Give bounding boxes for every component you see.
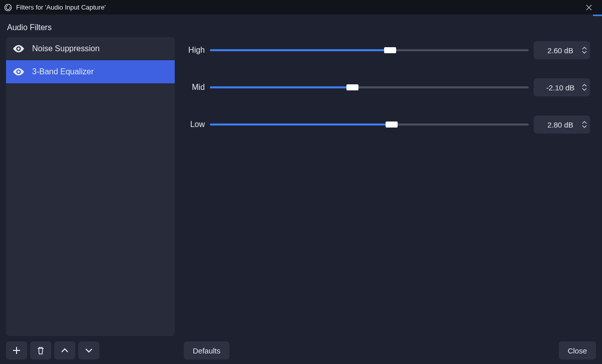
eq-spinbox-mid[interactable]: -2.10 dB	[534, 78, 590, 96]
window-title: Filters for 'Audio Input Capture'	[16, 4, 578, 11]
filter-item-label: Noise Suppression	[32, 44, 99, 53]
chevron-up-icon	[61, 348, 68, 353]
eq-slider-low[interactable]	[210, 121, 529, 128]
chevron-up-icon[interactable]	[582, 121, 587, 124]
spin-buttons[interactable]	[582, 84, 587, 91]
dialog-content: Audio Filters Noise Suppression	[0, 15, 602, 341]
eq-spinbox-low[interactable]: 2.80 dB	[534, 115, 590, 134]
slider-thumb[interactable]	[384, 47, 396, 53]
svg-point-3	[18, 48, 20, 50]
add-filter-button[interactable]	[6, 341, 27, 359]
eq-row-mid: Mid -2.10 dB	[184, 78, 590, 96]
audio-filters-label: Audio Filters	[7, 23, 596, 32]
window-close-button[interactable]	[578, 0, 600, 15]
slider-fill	[210, 124, 392, 126]
trash-icon	[37, 346, 45, 354]
eq-slider-mid[interactable]	[210, 84, 529, 91]
eq-row-low: Low 2.80 dB	[184, 115, 590, 134]
filter-item-3-band-equalizer[interactable]: 3-Band Equalizer	[6, 60, 175, 83]
slider-fill	[210, 86, 352, 88]
filter-item-label: 3-Band Equalizer	[32, 67, 94, 76]
remove-filter-button[interactable]	[30, 341, 51, 359]
eq-value-high: 2.60 dB	[539, 46, 582, 55]
filter-item-noise-suppression[interactable]: Noise Suppression	[6, 37, 175, 60]
chevron-down-icon[interactable]	[582, 51, 587, 54]
eq-value-low: 2.80 dB	[539, 120, 582, 129]
obs-logo-icon	[4, 4, 12, 12]
chevron-down-icon[interactable]	[582, 125, 587, 128]
filter-properties-panel: High 2.60 dB Mid	[182, 37, 596, 336]
move-filter-down-button[interactable]	[78, 341, 99, 359]
spin-buttons[interactable]	[582, 47, 587, 54]
chevron-down-icon[interactable]	[582, 88, 587, 91]
move-filter-up-button[interactable]	[54, 341, 75, 359]
eq-label-high: High	[184, 46, 205, 55]
eq-spinbox-high[interactable]: 2.60 dB	[534, 41, 590, 59]
chevron-up-icon[interactable]	[582, 47, 587, 50]
slider-thumb[interactable]	[386, 122, 398, 128]
eq-row-high: High 2.60 dB	[184, 41, 590, 59]
chevron-up-icon[interactable]	[582, 84, 587, 87]
window-titlebar: Filters for 'Audio Input Capture'	[0, 0, 602, 15]
eq-value-mid: -2.10 dB	[539, 83, 582, 92]
chevron-down-icon	[85, 348, 92, 353]
eq-label-low: Low	[184, 120, 205, 129]
plus-icon	[13, 346, 21, 354]
visibility-icon[interactable]	[13, 45, 24, 53]
eq-slider-high[interactable]	[210, 47, 529, 54]
slider-fill	[210, 49, 390, 51]
close-button-label: Close	[568, 346, 587, 355]
dialog-body: Noise Suppression 3-Band Equalizer High	[6, 37, 596, 336]
defaults-button-label: Defaults	[193, 346, 220, 355]
window-accent-strip	[593, 15, 602, 16]
dialog-bottombar: Defaults Close	[0, 341, 602, 364]
filter-list: Noise Suppression 3-Band Equalizer	[6, 37, 175, 336]
close-button[interactable]: Close	[559, 341, 596, 359]
defaults-button[interactable]: Defaults	[184, 341, 229, 359]
visibility-icon[interactable]	[13, 68, 24, 76]
slider-thumb[interactable]	[346, 84, 358, 90]
svg-point-4	[18, 71, 20, 73]
eq-label-mid: Mid	[184, 83, 205, 92]
spin-buttons[interactable]	[582, 121, 587, 128]
